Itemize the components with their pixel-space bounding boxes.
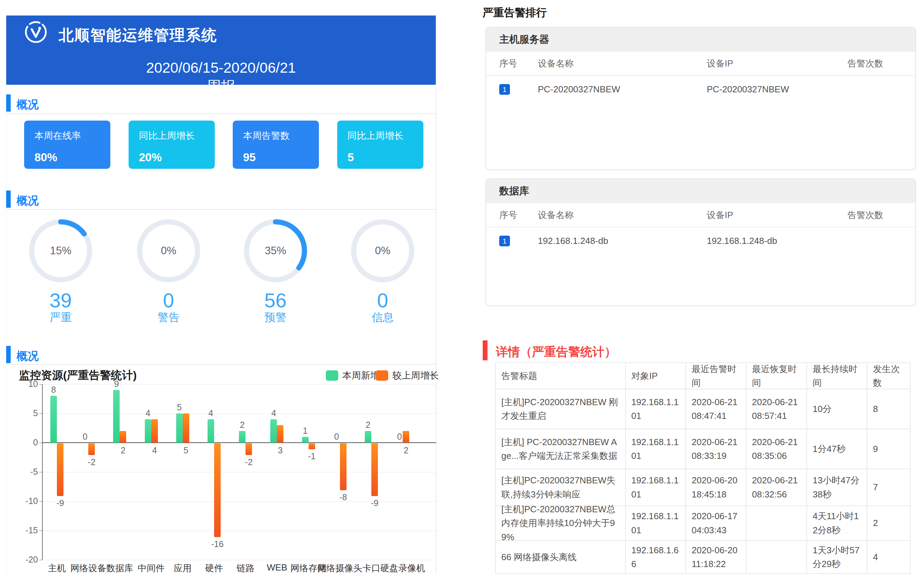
- column-header: 序号: [499, 52, 517, 75]
- bar-new-this-week[interactable]: [208, 419, 214, 443]
- table-row[interactable]: 1PC-20200327NBEWPC-20200327NBEW: [486, 76, 916, 107]
- device-ranking-panel: 主机服务器序号设备名称设备IP告警次数1PC-20200327NBEWPC-20…: [485, 27, 916, 170]
- detail-cell: 4天11小时12分8秒: [807, 506, 868, 541]
- detail-cell-text: 192.168.1.66: [631, 543, 680, 571]
- detail-header-cell: 最近恢复时间: [746, 363, 807, 389]
- device-ip-cell: PC-20200327NBEW: [707, 84, 789, 95]
- detail-cell: 1天3小时57分29秒: [807, 541, 868, 574]
- bar-new-this-week[interactable]: [176, 413, 183, 443]
- stat-card-value: 95: [243, 151, 256, 164]
- bar-change-vs-last-week[interactable]: [120, 431, 126, 443]
- alert-donut[interactable]: 0%: [350, 218, 416, 283]
- bar-value-label: -9: [363, 498, 387, 508]
- report-banner: 北顺智能运维管理系统 2020/06/15-2020/06/21 周报: [6, 15, 436, 85]
- detail-cell-text: 192.168.1.101: [631, 473, 680, 501]
- bar-change-vs-last-week[interactable]: [371, 443, 378, 496]
- bar-value-label: 4: [199, 408, 223, 418]
- app-title: 北顺智能运维管理系统: [59, 25, 217, 46]
- bar-new-this-week[interactable]: [239, 431, 246, 443]
- detail-cell: [主机]PC-20200327NBEW 刚才发生重启: [496, 389, 626, 429]
- bar-value-label: -8: [331, 492, 355, 502]
- stat-card[interactable]: 同比上周增长20%: [129, 120, 215, 169]
- bar-change-vs-last-week[interactable]: [403, 431, 409, 443]
- detail-cell-text: 4: [873, 550, 878, 564]
- panel-title: 数据库: [499, 184, 529, 198]
- detail-cell-text: 13小时47分38秒: [813, 473, 861, 501]
- column-header: 设备IP: [707, 203, 733, 227]
- bar-new-this-week[interactable]: [270, 419, 277, 443]
- detail-cell: 2020-06-20 18:45:18: [686, 469, 746, 506]
- stat-card-label: 本周在线率: [35, 130, 81, 142]
- detail-header-cell: 发生次数: [868, 363, 911, 389]
- bar-change-vs-last-week[interactable]: [277, 425, 284, 443]
- detail-column-header: 最近恢复时间: [752, 362, 801, 390]
- detail-cell: 2020-06-17 04:03:43: [686, 506, 746, 541]
- bar-new-this-week[interactable]: [145, 419, 151, 443]
- detail-table-row: [主机]PC-20200327NBEW总内存使用率持续10分钟大于99%192.…: [496, 506, 911, 541]
- donut-count: 0: [131, 289, 206, 312]
- bar-value-label: 2: [111, 445, 135, 456]
- legend-item-new[interactable]: 本周新增: [326, 369, 380, 382]
- bar-change-vs-last-week[interactable]: [246, 443, 252, 455]
- stat-card[interactable]: 同比上周增长5: [337, 120, 423, 169]
- bar-value-label: -2: [80, 457, 104, 467]
- detail-cell: 192.168.1.101: [626, 429, 686, 469]
- table-row[interactable]: 1192.168.1.248-db192.168.1.248-db: [486, 227, 916, 258]
- bar-change-vs-last-week[interactable]: [57, 443, 63, 496]
- y-tick-mark: [39, 501, 42, 502]
- detail-cell-text: 2020-06-21 08:47:41: [691, 395, 740, 423]
- detail-cell: 66 网络摄像头离线: [496, 541, 626, 574]
- detail-table-row: [主机] PC-20200327NBEW Age...客户端无法正常采集数据19…: [496, 429, 911, 469]
- bar-change-vs-last-week[interactable]: [309, 443, 315, 449]
- stat-card-value: 5: [348, 151, 354, 164]
- bar-new-this-week[interactable]: [302, 437, 309, 443]
- column-header: 告警次数: [848, 52, 883, 75]
- device-name-cell: 192.168.1.248-db: [538, 235, 608, 246]
- legend-item-growth[interactable]: 较上周增长: [376, 369, 439, 382]
- detail-cell-text: 7: [873, 480, 878, 494]
- y-tick-mark: [39, 413, 42, 414]
- stat-card[interactable]: 本周告警数95: [233, 120, 319, 169]
- detail-cell: 192.168.1.101: [626, 389, 686, 429]
- donut-category-label: 警告: [131, 310, 206, 325]
- alert-donut[interactable]: 15%: [28, 218, 93, 283]
- detail-cell: 2020-06-20 11:18:22: [686, 541, 746, 574]
- bar-change-vs-last-week[interactable]: [88, 443, 95, 455]
- bar-change-vs-last-week[interactable]: [214, 443, 221, 537]
- bar-change-vs-last-week[interactable]: [183, 413, 189, 443]
- detail-cell: 192.168.1.101: [626, 469, 686, 506]
- bar-value-label: 3: [268, 445, 292, 456]
- section1-accent-bar: [6, 94, 11, 112]
- bar-new-this-week[interactable]: [113, 390, 120, 443]
- y-tick-label: 0: [14, 438, 38, 448]
- bar-change-vs-last-week[interactable]: [151, 419, 158, 443]
- bar-new-this-week[interactable]: [365, 431, 371, 443]
- stat-card[interactable]: 本周在线率80%: [24, 120, 111, 169]
- bar-change-vs-last-week[interactable]: [340, 443, 346, 490]
- detail-column-header: 对象IP: [631, 369, 658, 383]
- detail-cell-text: 2020-06-21 08:32:56: [752, 473, 801, 501]
- detail-cell-text: 192.168.1.101: [631, 435, 680, 463]
- detail-table-row: [主机]PC-20200327NBEW失联,持续3分钟未响应192.168.1.…: [496, 469, 911, 506]
- panel-header-band: 主机服务器: [486, 28, 916, 52]
- bar-value-label: 4: [262, 408, 286, 418]
- bar-new-this-week[interactable]: [50, 396, 57, 443]
- detail-header-cell: 最近告警时间: [686, 363, 746, 389]
- bar-value-label: -9: [48, 498, 73, 508]
- detail-cell-text: 4天11小时12分8秒: [813, 509, 861, 537]
- rank-badge: 1: [499, 235, 510, 246]
- section2-title: 概况: [16, 193, 39, 208]
- stat-card-value: 20%: [139, 151, 162, 164]
- alert-donut[interactable]: 35%: [243, 218, 308, 283]
- section2-underline: [6, 209, 436, 210]
- detail-header-cell: 最长持续时间: [807, 363, 868, 389]
- detail-column-header: 发生次数: [873, 362, 904, 390]
- detail-cell-text: 2020-06-20 11:18:22: [691, 543, 740, 571]
- detail-accent-bar: [483, 341, 487, 360]
- alert-donut[interactable]: 0%: [136, 218, 201, 283]
- bar-value-label: 8: [42, 385, 66, 395]
- section1-underline: [6, 114, 436, 114]
- gridline: [42, 560, 436, 560]
- bar-value-label: 4: [136, 408, 160, 418]
- section2-accent-bar: [6, 191, 11, 208]
